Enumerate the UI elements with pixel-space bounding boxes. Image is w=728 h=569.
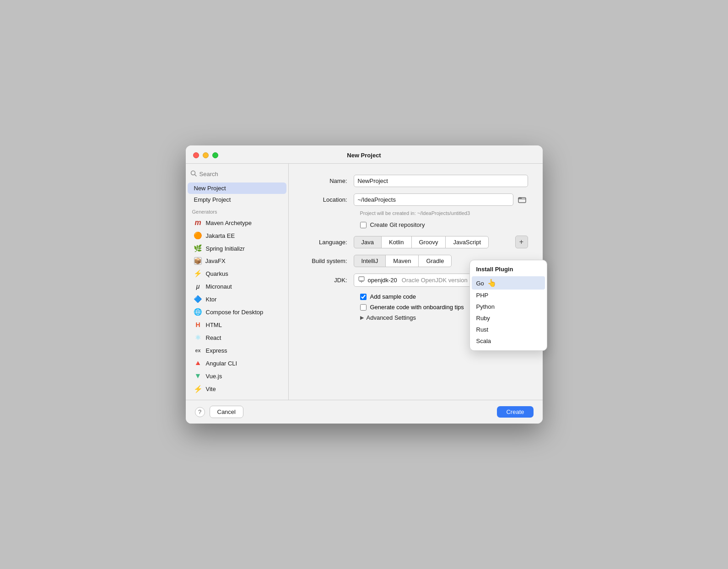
close-button[interactable] [193,152,199,158]
advanced-settings-label: Advanced Settings [367,314,416,321]
sidebar-item-micronaut[interactable]: μ Micronaut [188,280,286,293]
svg-rect-3 [359,277,364,281]
dialog-body: New Project Empty Project Generators m M… [186,163,543,400]
main-content: Name: Location: Pr [289,164,543,400]
sidebar-item-compose[interactable]: 🌐 Compose for Desktop [188,306,286,318]
maximize-button[interactable] [212,152,218,158]
footer-left: ? Cancel [195,406,243,418]
name-input[interactable] [354,175,528,187]
build-label: Build system: [303,258,354,264]
sidebar-item-vue[interactable]: ▼ Vue.js [188,370,286,382]
javafx-icon: 📦 [194,257,202,265]
lang-groovy-button[interactable]: Groovy [411,236,446,248]
sidebar-item-ktor-label: Ktor [206,296,217,303]
new-project-dialog: New Project New Project Empty Project [186,145,543,424]
sidebar-item-angular-label: Angular CLI [206,360,237,367]
micronaut-icon: μ [194,282,202,290]
location-row: Location: [303,193,528,206]
sidebar-item-angular[interactable]: 🔺 Angular CLI [188,357,286,370]
location-hint: Project will be created in: ~/IdeaProjec… [360,210,528,216]
cursor-hand-icon: 👆 [487,279,496,287]
popup-title: Install Plugin [470,264,547,276]
lang-javascript-button[interactable]: JavaScript [445,236,489,248]
vite-icon: ⚡ [194,385,202,393]
vue-icon: ▼ [194,372,202,380]
plugin-scala-label: Scala [476,338,491,344]
traffic-lights [193,152,218,158]
title-bar: New Project [186,145,543,163]
sidebar-item-empty-project[interactable]: Empty Project [188,194,286,205]
sidebar-item-spring-label: Spring Initializr [206,245,245,252]
sidebar-item-html[interactable]: H HTML [188,318,286,331]
plugin-python-item[interactable]: Python [470,301,547,312]
sidebar-item-quarkus[interactable]: ⚡ Quarkus [188,267,286,280]
sidebar-item-react-label: React [206,334,221,341]
lang-kotlin-button[interactable]: Kotlin [381,236,412,248]
jdk-version: openjdk-20 [368,277,397,284]
plugin-php-item[interactable]: PHP [470,290,547,301]
sidebar-item-jakarta-label: Jakarta EE [206,232,235,239]
search-box[interactable] [190,170,284,178]
folder-button[interactable] [516,194,528,206]
sample-code-label: Add sample code [370,293,416,300]
sidebar-item-vite-label: Vite [206,386,216,392]
html-icon: H [194,321,202,329]
sidebar-item-micronaut-label: Micronaut [206,283,232,290]
ktor-icon: 🔷 [194,295,202,303]
plugin-rust-item[interactable]: Rust [470,324,547,335]
plugin-scala-item[interactable]: Scala [470,335,547,347]
sidebar-item-express[interactable]: ex Express [188,344,286,357]
help-button[interactable]: ? [195,407,205,417]
lang-java-button[interactable]: Java [354,236,382,248]
sidebar-item-jakarta[interactable]: 🟠 Jakarta EE [188,229,286,242]
jdk-icon [358,276,365,284]
location-wrapper [354,193,528,206]
sidebar-item-react[interactable]: ⚛ React [188,331,286,344]
language-label: Language: [303,239,354,246]
location-label: Location: [303,196,354,203]
sidebar-item-ktor[interactable]: 🔷 Ktor [188,293,286,306]
git-row: Create Git repository [360,221,528,228]
plugin-rust-label: Rust [476,326,489,333]
jdk-detail: Oracle OpenJDK version [402,277,468,284]
plugin-go-label: Go [476,280,484,287]
name-label: Name: [303,177,354,184]
sidebar-item-new-project[interactable]: New Project [188,183,286,194]
jakarta-icon: 🟠 [194,231,202,240]
footer: ? Cancel Create [186,400,543,424]
sidebar-item-html-label: HTML [206,322,222,328]
express-icon: ex [194,346,202,354]
plugin-ruby-label: Ruby [476,315,490,322]
spring-icon: 🌿 [194,244,202,252]
add-language-button[interactable]: + [515,236,528,248]
sidebar-item-spring[interactable]: 🌿 Spring Initializr [188,242,286,255]
generators-header: Generators [186,205,288,216]
language-wrapper: Java Kotlin Groovy JavaScript + [354,236,528,248]
generate-code-checkbox[interactable] [360,304,367,311]
sidebar-item-compose-label: Compose for Desktop [206,309,264,316]
plugin-go-item[interactable]: Go 👆 [472,276,545,290]
location-input[interactable] [354,193,513,206]
dialog-title: New Project [347,152,381,159]
cancel-button[interactable]: Cancel [210,406,243,418]
react-icon: ⚛ [194,333,202,342]
name-row: Name: [303,175,528,187]
build-intellij-button[interactable]: IntelliJ [354,255,386,267]
sample-code-checkbox[interactable] [360,294,367,300]
sidebar-item-javafx[interactable]: 📦 JavaFX [188,255,286,267]
git-checkbox[interactable] [360,222,367,228]
create-button[interactable]: Create [497,406,533,418]
sidebar-item-javafx-label: JavaFX [205,258,226,264]
minimize-button[interactable] [203,152,209,158]
plugin-ruby-item[interactable]: Ruby [470,312,547,324]
git-label: Create Git repository [370,221,425,228]
chevron-right-icon: ▶ [360,315,364,321]
search-input[interactable] [200,171,284,177]
sidebar: New Project Empty Project Generators m M… [186,164,289,400]
sidebar-item-vite[interactable]: ⚡ Vite [188,382,286,395]
sidebar-item-maven[interactable]: m Maven Archetype [188,216,286,229]
sidebar-item-express-label: Express [206,347,227,354]
build-maven-button[interactable]: Maven [385,255,419,267]
language-row: Language: Java Kotlin Groovy JavaScript … [303,236,528,248]
build-gradle-button[interactable]: Gradle [418,255,452,267]
